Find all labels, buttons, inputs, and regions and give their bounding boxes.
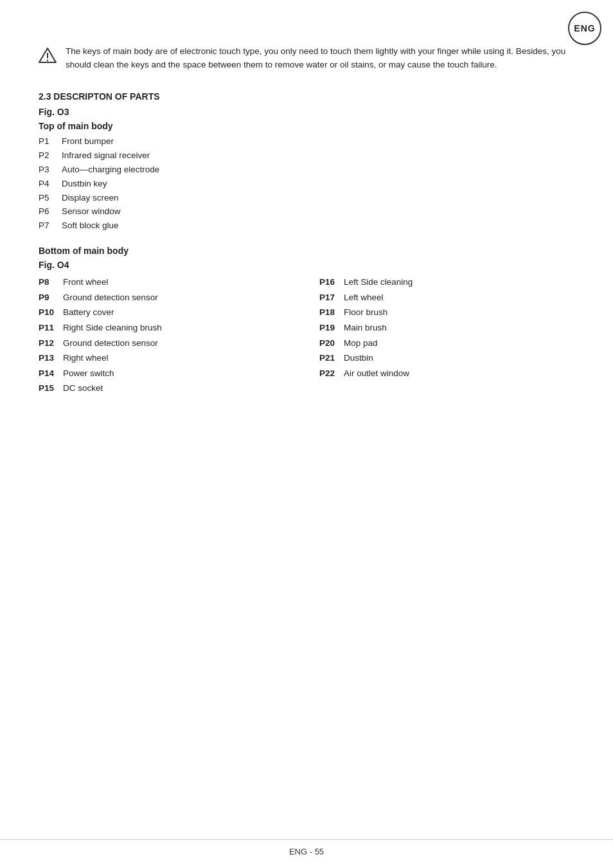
right-part-item: P19Main brush bbox=[319, 321, 574, 335]
part-desc: Right Side cleaning brush bbox=[63, 321, 294, 335]
right-parts-col: P16Left Side cleaningP17Left wheelP18Flo… bbox=[319, 275, 574, 397]
right-part-item: P22Air outlet window bbox=[319, 366, 574, 381]
left-part-item: P15DC socket bbox=[39, 381, 294, 395]
part-num: P2 bbox=[39, 149, 62, 163]
part-desc: Sensor window bbox=[62, 205, 574, 219]
part-desc: Front bumper bbox=[62, 135, 574, 149]
part-num: P20 bbox=[319, 336, 344, 350]
fig-top-label: Fig. O3 bbox=[39, 107, 574, 117]
part-desc: Display screen bbox=[62, 192, 574, 205]
top-part-item: P7Soft block glue bbox=[39, 219, 574, 233]
part-desc: Battery cover bbox=[63, 305, 294, 320]
top-part-item: P6Sensor window bbox=[39, 205, 574, 219]
part-num: P19 bbox=[319, 321, 344, 335]
part-num: P11 bbox=[39, 321, 63, 335]
part-num: P1 bbox=[39, 135, 62, 149]
part-num: P6 bbox=[39, 205, 62, 219]
part-desc: Front wheel bbox=[63, 275, 294, 289]
badge-label: ENG bbox=[574, 23, 595, 33]
left-part-item: P11Right Side cleaning brush bbox=[39, 321, 294, 335]
part-desc: Right wheel bbox=[63, 351, 294, 365]
eng-badge: ENG bbox=[568, 12, 601, 45]
top-part-item: P4Dustbin key bbox=[39, 177, 574, 191]
part-num: P8 bbox=[39, 275, 63, 289]
part-desc: Soft block glue bbox=[62, 219, 574, 233]
part-num: P10 bbox=[39, 305, 63, 320]
part-desc: Mop pad bbox=[344, 336, 574, 350]
part-num: P15 bbox=[39, 381, 63, 395]
part-num: P9 bbox=[39, 291, 63, 305]
bottom-parts-grid: P8Front wheelP9Ground detection sensorP1… bbox=[39, 275, 574, 397]
left-part-item: P9Ground detection sensor bbox=[39, 291, 294, 305]
warning-icon bbox=[39, 46, 57, 66]
part-num: P3 bbox=[39, 163, 62, 177]
part-desc: Infrared signal receiver bbox=[62, 149, 574, 163]
part-desc: Ground detection sensor bbox=[63, 336, 294, 350]
top-subheading: Top of main body bbox=[39, 121, 574, 131]
part-num: P22 bbox=[319, 366, 344, 381]
bottom-subheading: Bottom of main body bbox=[39, 246, 574, 256]
part-num: P4 bbox=[39, 177, 62, 191]
top-part-item: P3Auto—charging electrode bbox=[39, 163, 574, 177]
left-part-item: P13Right wheel bbox=[39, 351, 294, 365]
right-part-item: P20Mop pad bbox=[319, 336, 574, 350]
warning-text: The keys of main body are of electronic … bbox=[66, 45, 574, 72]
top-part-item: P5Display screen bbox=[39, 192, 574, 205]
right-part-item: P17Left wheel bbox=[319, 291, 574, 305]
fig-bottom-label: Fig. O4 bbox=[39, 260, 574, 270]
page-footer: ENG - 55 bbox=[0, 847, 613, 856]
left-part-item: P12Ground detection sensor bbox=[39, 336, 294, 350]
part-num: P13 bbox=[39, 351, 63, 365]
part-desc: Dustbin key bbox=[62, 177, 574, 191]
part-num: P5 bbox=[39, 192, 62, 205]
part-desc: Ground detection sensor bbox=[63, 291, 294, 305]
left-parts-col: P8Front wheelP9Ground detection sensorP1… bbox=[39, 275, 294, 397]
part-desc: Left Side cleaning bbox=[344, 275, 574, 289]
left-part-item: P14Power switch bbox=[39, 366, 294, 381]
left-part-item: P10Battery cover bbox=[39, 305, 294, 320]
warning-block: The keys of main body are of electronic … bbox=[39, 45, 574, 72]
part-num: P16 bbox=[319, 275, 344, 289]
right-part-item: P18Floor brush bbox=[319, 305, 574, 320]
bottom-divider bbox=[0, 839, 613, 840]
right-part-item: P21Dustbin bbox=[319, 351, 574, 365]
top-parts-list: P1Front bumperP2Infrared signal receiver… bbox=[39, 135, 574, 233]
top-part-item: P1Front bumper bbox=[39, 135, 574, 149]
part-desc: Power switch bbox=[63, 366, 294, 381]
part-desc: Floor brush bbox=[344, 305, 574, 320]
part-desc: Dustbin bbox=[344, 351, 574, 365]
part-num: P17 bbox=[319, 291, 344, 305]
part-num: P7 bbox=[39, 219, 62, 233]
section-heading: 2.3 DESCRIPTON OF PARTS bbox=[39, 91, 574, 102]
right-part-item: P16Left Side cleaning bbox=[319, 275, 574, 289]
part-desc: DC socket bbox=[63, 381, 294, 395]
part-desc: Auto—charging electrode bbox=[62, 163, 574, 177]
top-part-item: P2Infrared signal receiver bbox=[39, 149, 574, 163]
left-part-item: P8Front wheel bbox=[39, 275, 294, 289]
part-desc: Left wheel bbox=[344, 291, 574, 305]
part-desc: Main brush bbox=[344, 321, 574, 335]
part-num: P21 bbox=[319, 351, 344, 365]
page-wrapper: ENG The keys of main body are of electro… bbox=[0, 0, 613, 868]
svg-point-2 bbox=[47, 60, 48, 61]
part-num: P12 bbox=[39, 336, 63, 350]
part-num: P18 bbox=[319, 305, 344, 320]
part-num: P14 bbox=[39, 366, 63, 381]
part-desc: Air outlet window bbox=[344, 366, 574, 381]
